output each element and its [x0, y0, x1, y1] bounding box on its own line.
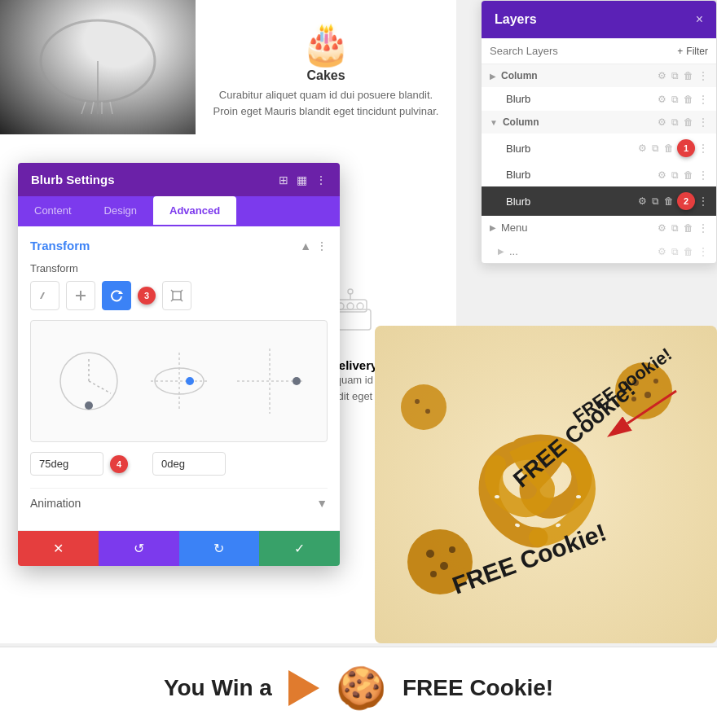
expand-icon[interactable]: ⊞: [279, 173, 288, 186]
duplicate-icon-b2[interactable]: ⧉: [652, 143, 659, 154]
add-transform-btn[interactable]: [66, 281, 95, 310]
badge-4: 4: [110, 455, 128, 473]
duplicate-icon-1[interactable]: ⧉: [671, 70, 679, 81]
cake-title: Cakes: [306, 68, 345, 83]
collapse-icon[interactable]: ▲: [300, 239, 311, 252]
more-icon-b4[interactable]: ⋮: [698, 195, 708, 207]
layer-blurb-4-label: Blurb: [506, 195, 638, 208]
play-button-icon[interactable]: [288, 670, 319, 706]
more-icon-b3[interactable]: ⋮: [698, 169, 708, 181]
svg-line-2: [81, 102, 86, 114]
blurb-header-icons: ⊞ ▦ ⋮: [279, 173, 327, 186]
layers-title: Layers: [495, 12, 537, 27]
more-icon-1[interactable]: ⋮: [698, 70, 708, 81]
duplicate-icon-b1[interactable]: ⧉: [671, 94, 679, 105]
delete-icon-b4[interactable]: 🗑: [664, 195, 674, 207]
settings-icon-m[interactable]: ⚙: [658, 222, 666, 234]
more-icon-e[interactable]: ⋮: [698, 246, 708, 257]
duplicate-icon-e[interactable]: ⧉: [671, 246, 679, 257]
blurb-panel-title: Blurb Settings: [31, 173, 115, 186]
more-icon-b2[interactable]: ⋮: [698, 143, 708, 154]
rotate-shape: [52, 344, 125, 418]
rotate-btn[interactable]: [102, 281, 131, 310]
columns-icon[interactable]: ▦: [297, 173, 307, 186]
redo-button[interactable]: ↻: [179, 531, 260, 566]
layer-blurb-1[interactable]: Blurb ⚙ ⧉ 🗑 ⋮: [482, 87, 716, 111]
deg-input-2[interactable]: [152, 452, 226, 476]
section-more-icon[interactable]: ⋮: [316, 239, 328, 252]
layer-extra-icons: ⚙ ⧉ 🗑 ⋮: [658, 246, 708, 257]
transform-controls: ▲ ⋮: [300, 239, 328, 252]
settings-icon-b1[interactable]: ⚙: [658, 94, 666, 105]
cake-section: 🎂 Cakes Curabitur aliquet quam id dui po…: [196, 0, 456, 134]
more-icon-2[interactable]: ⋮: [698, 116, 708, 128]
more-icon-m[interactable]: ⋮: [698, 222, 708, 234]
duplicate-icon-2[interactable]: ⧉: [671, 116, 679, 128]
settings-icon-b2[interactable]: ⚙: [638, 143, 647, 154]
settings-icon-2[interactable]: ⚙: [658, 116, 666, 128]
tab-design[interactable]: Design: [88, 196, 153, 225]
svg-line-5: [110, 102, 112, 114]
cake-icon: 🎂: [301, 24, 351, 64]
settings-icon-b4[interactable]: ⚙: [638, 195, 647, 207]
layer-blurb-1-icons: ⚙ ⧉ 🗑 ⋮: [658, 94, 708, 105]
svg-line-17: [171, 290, 174, 292]
animation-expand-icon[interactable]: ▼: [316, 497, 328, 510]
save-button[interactable]: ✓: [259, 531, 340, 566]
layer-blurb-3[interactable]: Blurb ⚙ ⧉ 🗑 ⋮: [482, 163, 716, 186]
layer-blurb-2[interactable]: Blurb ⚙ ⧉ 🗑 1 ⋮: [482, 134, 716, 163]
svg-point-11: [347, 303, 354, 309]
transform-section-title: Transform: [30, 239, 90, 252]
layer-menu-label: Menu: [501, 221, 658, 234]
filter-button[interactable]: + Filter: [677, 46, 708, 57]
layer-blurb-1-label: Blurb: [506, 93, 658, 105]
layers-close-button[interactable]: ×: [696, 12, 703, 27]
svg-point-43: [426, 550, 434, 558]
tab-advanced[interactable]: Advanced: [153, 196, 236, 225]
cancel-button[interactable]: ✕: [18, 531, 99, 566]
skew-btn[interactable]: [30, 281, 59, 310]
delete-icon-b3[interactable]: 🗑: [684, 169, 693, 181]
settings-icon-1[interactable]: ⚙: [658, 70, 666, 81]
delete-icon-1[interactable]: 🗑: [684, 70, 693, 81]
svg-line-18: [180, 290, 183, 292]
expand-arrow-menu: ▶: [490, 223, 496, 232]
duplicate-icon-m[interactable]: ⧉: [671, 222, 679, 234]
layer-blurb-4-icons: ⚙ ⧉ 🗑: [638, 195, 674, 207]
more-icon-b1[interactable]: ⋮: [698, 94, 708, 105]
filter-plus-icon: +: [677, 46, 683, 57]
blurb-settings-panel: Blurb Settings ⊞ ▦ ⋮ Content Design Adva…: [18, 163, 340, 566]
animation-row: Animation ▼: [30, 488, 328, 518]
delete-icon-m[interactable]: 🗑: [684, 222, 693, 234]
layer-blurb-2-icons: ⚙ ⧉ 🗑: [638, 143, 674, 154]
flour-image: [0, 0, 196, 134]
settings-icon-b3[interactable]: ⚙: [658, 169, 666, 181]
delete-icon-2[interactable]: 🗑: [684, 116, 693, 128]
layer-blurb-4-active[interactable]: Blurb ⚙ ⧉ 🗑 2 ⋮: [482, 186, 716, 216]
svg-point-45: [449, 546, 455, 553]
layers-search-input[interactable]: [490, 45, 671, 57]
delete-icon-b1[interactable]: 🗑: [684, 94, 693, 105]
cake-description: Curabitur aliquet quam id dui posuere bl…: [196, 87, 456, 119]
more-icon[interactable]: ⋮: [315, 173, 327, 186]
delete-icon-b2[interactable]: 🗑: [664, 143, 674, 154]
layer-blurb-3-icons: ⚙ ⧉ 🗑 ⋮: [658, 169, 708, 181]
delete-icon-e[interactable]: 🗑: [684, 246, 693, 257]
layer-column-2[interactable]: ▼ Column ⚙ ⧉ 🗑 ⋮: [482, 111, 716, 134]
layer-extra[interactable]: ▶ ... ⚙ ⧉ 🗑 ⋮: [482, 239, 716, 263]
deg-input-1-wrapper: 4: [30, 452, 103, 476]
tab-content[interactable]: Content: [18, 196, 88, 225]
deg-input-1[interactable]: [30, 452, 103, 476]
layer-column-2-label: Column: [503, 116, 658, 128]
layer-column-1[interactable]: ▶ Column ⚙ ⧉ 🗑 ⋮: [482, 64, 716, 87]
duplicate-icon-b4[interactable]: ⧉: [652, 195, 659, 207]
reset-button[interactable]: ↺: [99, 531, 179, 566]
free-cookie-text: FREE Cookie!: [402, 675, 553, 701]
settings-icon-e[interactable]: ⚙: [658, 246, 666, 257]
blurb-footer: ✕ ↺ ↻ ✓: [18, 530, 340, 566]
scale-btn[interactable]: [162, 281, 191, 310]
win-text: You Win a: [164, 675, 272, 701]
duplicate-icon-b3[interactable]: ⧉: [671, 169, 679, 181]
blurb-header: Blurb Settings ⊞ ▦ ⋮: [18, 163, 340, 196]
layer-menu[interactable]: ▶ Menu ⚙ ⧉ 🗑 ⋮: [482, 216, 716, 239]
